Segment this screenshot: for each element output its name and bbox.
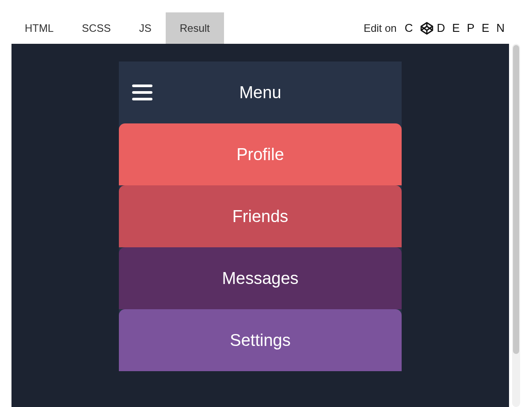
tab-result[interactable]: Result [166,12,224,44]
codepen-brand-letter: C [405,21,418,35]
menu-item-friends[interactable]: Friends [119,185,402,247]
codepen-brand-letter: N [496,21,509,35]
codepen-brand-letter: E [452,21,464,35]
tabs: HTML SCSS JS Result [11,12,224,44]
result-area: Menu Profile Friends Messages Settings [11,44,509,407]
codepen-cube-icon [420,21,434,35]
tab-js[interactable]: JS [125,12,166,44]
codepen-link[interactable]: CDEPEN [405,21,509,35]
topbar-right: Edit on CDEPEN [364,12,521,44]
menu-item-settings[interactable]: Settings [119,309,402,371]
menu-item-messages[interactable]: Messages [119,247,402,309]
codepen-brand-letter: P [467,21,479,35]
menu-item-profile[interactable]: Profile [119,123,402,185]
codepen-brand-letter: E [482,21,494,35]
topbar: HTML SCSS JS Result Edit on CDEPEN [11,12,521,44]
codepen-brand-letter: D [437,21,449,35]
hamburger-icon[interactable] [132,84,152,100]
scrollbar-thumb[interactable] [513,45,519,354]
tab-html[interactable]: HTML [11,12,68,44]
tab-scss[interactable]: SCSS [68,12,125,44]
embed-frame: HTML SCSS JS Result Edit on CDEPEN Menu … [11,12,521,407]
menu-header: Menu [119,61,402,123]
menu-card: Menu Profile Friends Messages Settings [119,61,402,371]
scrollbar-track[interactable] [512,44,520,407]
edit-on-label: Edit on [364,22,397,35]
menu-title: Menu [119,83,402,102]
